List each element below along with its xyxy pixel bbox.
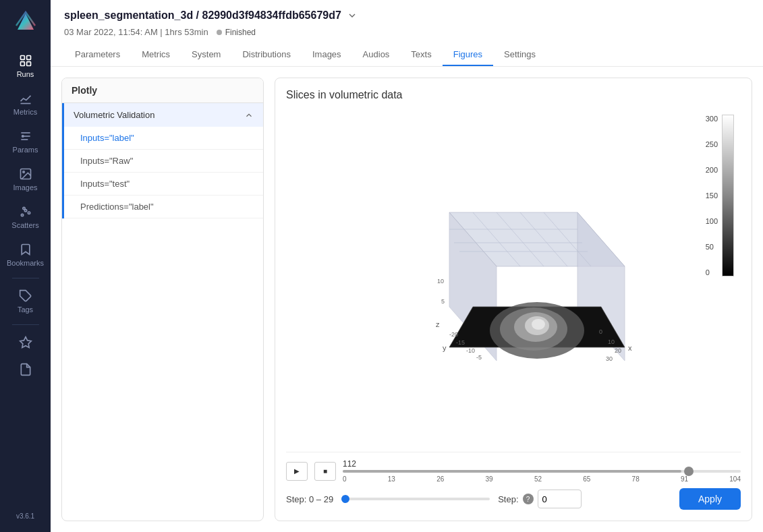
left-panel: Plotly Volumetric Validation Inputs="lab… — [61, 78, 264, 521]
svg-text:10: 10 — [608, 338, 615, 345]
tree-item-1[interactable]: Inputs="Raw" — [64, 150, 263, 173]
slider-track[interactable] — [343, 470, 741, 473]
tree-section-header[interactable]: Volumetric Validation — [64, 103, 263, 127]
step-input-label: Step: — [498, 494, 518, 504]
sidebar: Runs Metrics Params Images — [0, 0, 51, 532]
slider-row: ▶ ■ 112 0 13 26 39 52 — [286, 459, 741, 483]
tab-audios[interactable]: Audios — [352, 44, 401, 66]
svg-rect-2 — [20, 62, 24, 66]
step-slider[interactable] — [341, 498, 490, 500]
svg-point-13 — [28, 212, 30, 214]
app-logo[interactable] — [11, 7, 40, 39]
svg-text:-10: -10 — [466, 347, 475, 354]
tree-section: Volumetric Validation Inputs="label" Inp… — [62, 103, 263, 218]
svg-text:30: 30 — [606, 355, 613, 362]
sidebar-item-params[interactable]: Params — [0, 123, 51, 160]
colorbar-labels: 300 250 200 150 100 50 0 — [706, 115, 718, 276]
right-panel: Slices in volumetric data — [275, 78, 752, 521]
step-slider-thumb[interactable] — [341, 495, 349, 503]
sidebar-item-metrics[interactable]: Metrics — [0, 85, 51, 123]
status-dot — [217, 30, 222, 35]
step-input-group: Step: ? — [498, 490, 581, 508]
tree-item-0[interactable]: Inputs="label" — [64, 127, 263, 150]
svg-text:5: 5 — [441, 298, 445, 305]
header: spleen_segmentation_3d / 82990d3f94834ff… — [51, 0, 763, 67]
svg-point-31 — [532, 319, 545, 330]
slider-value: 112 — [343, 459, 741, 469]
svg-text:0: 0 — [599, 328, 602, 335]
svg-text:z: z — [436, 320, 440, 328]
chevron-down-icon[interactable] — [347, 10, 358, 21]
svg-text:-5: -5 — [476, 354, 482, 361]
svg-point-14 — [22, 207, 24, 209]
status-badge: Finished — [217, 28, 256, 37]
svg-text:-15: -15 — [456, 339, 465, 346]
tab-metrics[interactable]: Metrics — [131, 44, 181, 66]
tab-distributions[interactable]: Distributions — [231, 44, 302, 66]
run-name: spleen_segmentation_3d / 82990d3f94834ff… — [64, 9, 341, 22]
slider-thumb[interactable] — [684, 467, 694, 476]
app-version: v3.6.1 — [16, 512, 34, 525]
step-input[interactable] — [538, 490, 582, 508]
svg-text:20: 20 — [615, 347, 621, 354]
content-area: Plotly Volumetric Validation Inputs="lab… — [51, 67, 763, 532]
main-content: spleen_segmentation_3d / 82990d3f94834ff… — [51, 0, 763, 532]
sidebar-divider-2 — [12, 324, 39, 325]
svg-rect-3 — [26, 62, 30, 66]
controls: ▶ ■ 112 0 13 26 39 52 — [286, 452, 741, 510]
sidebar-item-runs[interactable]: Runs — [0, 47, 51, 85]
sidebar-item-integrations[interactable] — [0, 329, 51, 356]
chart-title: Slices in volumetric data — [286, 89, 741, 101]
tab-images[interactable]: Images — [302, 44, 352, 66]
run-title: spleen_segmentation_3d / 82990d3f94834ff… — [64, 9, 750, 22]
svg-text:-20: -20 — [449, 331, 458, 338]
play-button[interactable]: ▶ — [286, 462, 308, 481]
tab-parameters[interactable]: Parameters — [64, 44, 131, 66]
tab-texts[interactable]: Texts — [400, 44, 442, 66]
step-row: Step: 0 – 29 Step: ? Apply — [286, 488, 741, 510]
sidebar-item-tags[interactable]: Tags — [0, 283, 51, 320]
svg-text:y: y — [443, 344, 447, 352]
chart-container: z x y 5 10 0 10 20 30 -5 -10 — [286, 108, 741, 452]
svg-point-11 — [21, 214, 23, 216]
slider-ticks: 0 13 26 39 52 65 78 91 104 — [343, 475, 741, 483]
panel-header: Plotly — [62, 78, 263, 103]
svg-point-10 — [22, 171, 24, 173]
sidebar-divider — [12, 278, 39, 278]
apply-button[interactable]: Apply — [679, 488, 741, 510]
tab-settings[interactable]: Settings — [493, 44, 546, 66]
stop-button[interactable]: ■ — [314, 462, 336, 481]
step-range-label: Step: 0 – 29 — [286, 494, 333, 504]
chevron-up-icon — [244, 111, 254, 120]
sidebar-item-docs[interactable] — [0, 356, 51, 383]
tabs-bar: Parameters Metrics System Distributions … — [64, 44, 750, 66]
status-label: Finished — [225, 28, 256, 37]
colorbar-gradient — [722, 115, 734, 276]
sidebar-item-scatters[interactable]: Scatters — [0, 198, 51, 236]
svg-text:x: x — [628, 344, 632, 352]
sidebar-item-images[interactable]: Images — [0, 160, 51, 198]
svg-text:10: 10 — [437, 278, 444, 285]
svg-point-8 — [21, 135, 24, 138]
svg-rect-0 — [20, 56, 24, 60]
tab-system[interactable]: System — [181, 44, 231, 66]
sidebar-item-bookmarks[interactable]: Bookmarks — [0, 236, 51, 274]
colorbar: 300 250 200 150 100 50 0 — [722, 115, 734, 276]
slider-fill — [343, 470, 681, 473]
tab-figures[interactable]: Figures — [443, 44, 493, 66]
3d-chart-svg: z x y 5 10 0 10 20 30 -5 -10 — [368, 172, 658, 388]
tree-item-2[interactable]: Inputs="test" — [64, 173, 263, 196]
run-meta: 03 Mar 2022, 11:54: AM | 1hrs 53min Fini… — [64, 27, 750, 37]
step-help-icon[interactable]: ? — [523, 494, 534, 504]
slider-container: 112 0 13 26 39 52 65 78 — [343, 459, 741, 483]
svg-point-12 — [24, 210, 26, 212]
tree-item-3[interactable]: Predictions="label" — [64, 196, 263, 218]
svg-rect-1 — [26, 56, 30, 60]
run-datetime: 03 Mar 2022, 11:54: AM | 1hrs 53min — [64, 27, 208, 37]
chart-area: z x y 5 10 0 10 20 30 -5 -10 — [286, 108, 741, 452]
